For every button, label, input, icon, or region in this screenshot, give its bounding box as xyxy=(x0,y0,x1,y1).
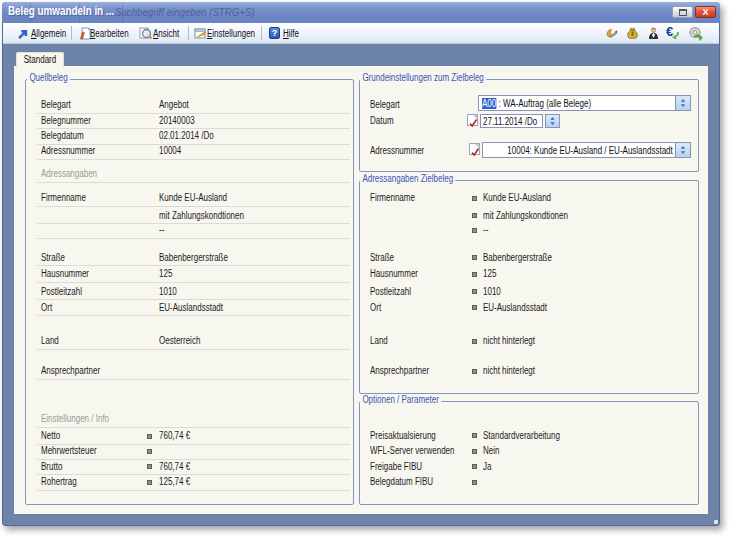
svg-text:€: € xyxy=(666,25,673,39)
